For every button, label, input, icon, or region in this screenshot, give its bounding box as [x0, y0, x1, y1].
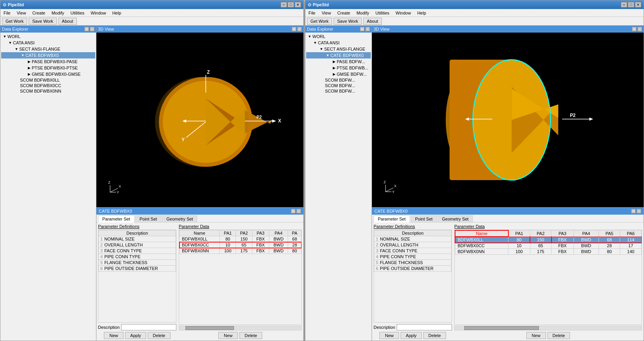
param-row-1-2[interactable]: 1NOMINAL SIZE: [374, 236, 452, 242]
close-btn-2[interactable]: ×: [635, 2, 641, 7]
param-row-5-2[interactable]: 5FLANGE THICKNESS: [374, 260, 452, 266]
expand-ptse-1[interactable]: ▶: [26, 65, 32, 71]
expand-sect-1[interactable]: ▼: [14, 46, 19, 52]
menu-window-1[interactable]: Window: [89, 10, 107, 16]
tree-item-gmse-1[interactable]: ▶ GMSE BDFWBX0-GMSE: [1, 71, 95, 77]
bottom-panel-close-1[interactable]: ×: [296, 209, 301, 213]
apply-btn-1[interactable]: Apply: [125, 332, 146, 339]
apply-btn-2[interactable]: Apply: [401, 332, 422, 339]
about-btn-2[interactable]: About: [363, 18, 382, 25]
menu-file-2[interactable]: File: [307, 10, 317, 16]
tree-item-worl-1[interactable]: ▼ WORL: [1, 33, 95, 40]
tree-item-ptse-1[interactable]: ▶ PTSE BDFWBX0-PTSE: [1, 65, 95, 71]
maximize-btn-1[interactable]: □: [288, 2, 294, 7]
data-row-bdfwbx0ll-2[interactable]: BDFWBX0LL 80 150 FBX BWD 68 114: [455, 237, 642, 243]
param-row-1-1[interactable]: 1NOMINAL SIZE: [99, 236, 176, 242]
expand-pase-2[interactable]: ▶: [331, 59, 337, 64]
param-row-2-1[interactable]: 2OVERALL LENGTH: [99, 242, 176, 248]
close-btn-1[interactable]: ×: [295, 2, 301, 7]
tree-item-scom1-2[interactable]: SCOM BDFW...: [306, 77, 371, 83]
tree-item-scom-cc-1[interactable]: SCOM BDFWBX0CC: [1, 83, 95, 88]
3d-panel-detach-2[interactable]: ⊟: [632, 27, 637, 31]
expand-cate-2[interactable]: ▼: [325, 53, 330, 58]
bottom-panel-detach-2[interactable]: ⊟: [631, 209, 636, 213]
tree-item-pase-1[interactable]: ▶ PASE BDFWBX0-PASE: [1, 58, 95, 65]
data-new-btn-1[interactable]: New: [218, 332, 238, 339]
data-new-btn-2[interactable]: New: [526, 332, 546, 339]
menu-view-1[interactable]: View: [15, 10, 28, 16]
tree-item-scom2-2[interactable]: SCOM BDFW...: [306, 83, 371, 88]
param-row-4-1[interactable]: 4PIPE CONN TYPE: [99, 254, 176, 260]
tree-item-cata-2[interactable]: ▼ CATA ANSI: [306, 40, 371, 46]
expand-ptse-2[interactable]: ▶: [331, 65, 337, 71]
data-row-bdfwbx0ll-1[interactable]: BDFWBX0LL 80 150 FBX BWD 68: [180, 236, 301, 242]
tree-item-scom3-2[interactable]: SCOM BDFW...: [306, 88, 371, 94]
3d-panel-close-1[interactable]: ×: [297, 27, 302, 31]
tree-item-sect-1[interactable]: ▼ SECT ANSI-FLANGE: [1, 46, 95, 52]
expand-cata-2[interactable]: ▼: [312, 40, 318, 46]
param-row-3-2[interactable]: 3FACE CONN TYPE: [374, 248, 452, 254]
panel-detach-1[interactable]: ⊟: [84, 27, 89, 31]
tree-item-worl-2[interactable]: ▼ WORL: [306, 33, 371, 40]
menu-help-2[interactable]: Help: [415, 10, 428, 16]
tree-item-scom-ll-1[interactable]: SCOM BDFWBX0LL: [1, 77, 95, 83]
tab-point-set-2[interactable]: Point Set: [411, 215, 437, 222]
expand-gmse-1[interactable]: ▶: [26, 71, 32, 77]
menu-modify-1[interactable]: Modify: [50, 10, 65, 16]
expand-cata-1[interactable]: ▼: [7, 40, 13, 46]
minimize-btn-1[interactable]: −: [281, 2, 287, 7]
menu-window-2[interactable]: Window: [394, 10, 412, 16]
3d-panel-detach-1[interactable]: ⊟: [292, 27, 296, 31]
expand-sect-2[interactable]: ▼: [319, 46, 324, 52]
tree-view-2[interactable]: ▼ WORL ▼ CATA ANSI ▼ SECT ANSI-FLANGE ▼ …: [305, 33, 372, 341]
data-row-bdfwbx0cc-2[interactable]: BDFWBX0CC 10 65 FBX BWD 28 17: [455, 243, 642, 249]
expand-worl-1[interactable]: ▼: [2, 34, 7, 39]
tab-geometry-set-1[interactable]: Geometry Set: [162, 215, 198, 222]
panel-close-1[interactable]: ×: [90, 27, 94, 31]
panel-detach-2[interactable]: ⊟: [360, 27, 365, 31]
desc-input-1[interactable]: [121, 324, 176, 330]
new-btn-1[interactable]: New: [104, 332, 123, 339]
param-row-6-2[interactable]: 6PIPE OUTSIDE DIAMETER: [374, 266, 452, 272]
panel-close-2[interactable]: ×: [365, 27, 370, 31]
new-btn-2[interactable]: New: [379, 332, 399, 339]
tree-item-pase-2[interactable]: ▶ PASE BDFW...: [306, 58, 371, 65]
tree-item-cate-2[interactable]: ▼ CATE BDFWBX0: [306, 52, 371, 58]
data-row-bdfwbx0nn-2[interactable]: BDFWBX0NN 100 175 FBX BWD 80 140: [455, 249, 642, 255]
minimize-btn-2[interactable]: −: [621, 2, 627, 7]
delete-btn-2[interactable]: Delete: [423, 332, 446, 339]
tree-item-cata-1[interactable]: ▼ CATA ANSI: [1, 40, 95, 46]
tab-parameter-set-1[interactable]: Parameter Set: [98, 215, 134, 222]
3d-panel-close-2[interactable]: ×: [637, 27, 642, 31]
param-row-4-2[interactable]: 4PIPE CONN TYPE: [374, 254, 452, 260]
tree-item-cate-1[interactable]: ▼ CATE BDFWBX0: [1, 52, 95, 58]
tree-item-ptse-2[interactable]: ▶ PTSE BDFWB...: [306, 65, 371, 71]
tab-point-set-1[interactable]: Point Set: [135, 215, 161, 222]
param-row-3-1[interactable]: 3FACE CONN TYPE: [99, 248, 176, 254]
data-scrollbar-1[interactable]: [179, 326, 302, 330]
menu-create-2[interactable]: Create: [336, 10, 352, 16]
data-row-bdfwbx0nn-1[interactable]: BDFWBX0NN 100 175 FBX BWD 80: [180, 248, 301, 254]
menu-utilities-2[interactable]: Utilities: [374, 10, 391, 16]
bottom-panel-detach-1[interactable]: ⊟: [291, 209, 296, 213]
expand-pase-1[interactable]: ▶: [26, 59, 32, 64]
menu-modify-2[interactable]: Modify: [355, 10, 370, 16]
data-table-wrapper-1[interactable]: Name PA1 PA2 PA3 PA4 PA: [179, 230, 302, 325]
tab-geometry-set-2[interactable]: Geometry Set: [438, 215, 473, 222]
tree-item-sect-2[interactable]: ▼ SECT ANSI-FLANGE: [306, 46, 371, 52]
desc-input-2[interactable]: [397, 324, 452, 330]
maximize-btn-2[interactable]: □: [628, 2, 634, 7]
tab-parameter-set-2[interactable]: Parameter Set: [374, 215, 410, 222]
tree-item-gmse-2[interactable]: ▶ GMSE BDFW...: [306, 71, 371, 77]
delete-btn-1[interactable]: Delete: [148, 332, 171, 339]
get-work-btn-2[interactable]: Get Work: [307, 18, 332, 25]
menu-utilities-1[interactable]: Utilities: [69, 10, 86, 16]
tree-view-1[interactable]: ▼ WORL ▼ CATA ANSI ▼ SECT ANSI-FLANGE ▼ …: [0, 33, 96, 341]
expand-gmse-2[interactable]: ▶: [331, 71, 337, 77]
save-work-btn-1[interactable]: Save Work: [29, 18, 57, 25]
data-delete-btn-1[interactable]: Delete: [239, 332, 262, 339]
bottom-panel-close-2[interactable]: ×: [637, 209, 641, 213]
expand-worl-2[interactable]: ▼: [307, 34, 312, 39]
expand-cate-1[interactable]: ▼: [20, 53, 25, 58]
menu-file-1[interactable]: File: [2, 10, 12, 16]
